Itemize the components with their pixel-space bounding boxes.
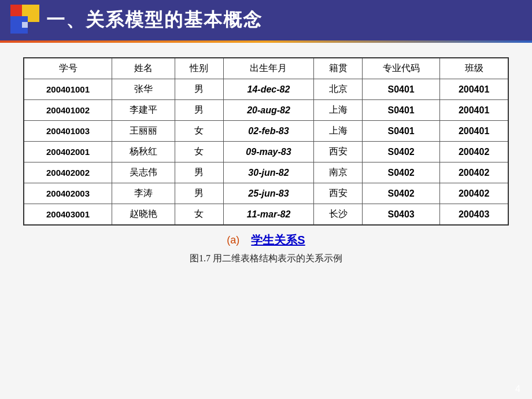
- table-cell: S0401: [363, 121, 440, 142]
- table-cell: 14-dec-82: [223, 79, 314, 100]
- table-cell: 女: [175, 204, 223, 226]
- table-cell: 200403: [440, 204, 508, 226]
- table-column-header: 出生年月: [223, 58, 314, 79]
- logo-white: [22, 22, 28, 28]
- table-cell: 200401003: [24, 121, 112, 142]
- table-column-header: 班级: [440, 58, 508, 79]
- table-cell: 200402001: [24, 142, 112, 162]
- table-cell: 赵晓艳: [112, 204, 175, 226]
- caption-part-label: (a): [227, 234, 239, 246]
- table-cell: 上海: [314, 121, 363, 142]
- table-cell: 200402003: [24, 183, 112, 204]
- caption-line: (a) 学生关系S: [227, 232, 305, 248]
- table-row: 200403001赵晓艳女11-mar-82长沙S0403200403: [24, 204, 508, 226]
- figure-caption: 图1.7 用二维表格结构表示的关系示例: [190, 253, 342, 265]
- table-column-header: 籍贯: [314, 58, 363, 79]
- table-cell: 吴志伟: [112, 162, 175, 183]
- table-row: 200401001张华男14-dec-82北京S0401200401: [24, 79, 508, 100]
- slide-header: 一、关系模型的基本概念: [0, 0, 532, 40]
- table-cell: S0402: [363, 162, 440, 183]
- table-cell: 上海: [314, 100, 363, 121]
- table-cell: 李建平: [112, 100, 175, 121]
- table-cell: 王丽丽: [112, 121, 175, 142]
- table-cell: 200401: [440, 79, 508, 100]
- caption-part-title: 学生关系S: [251, 232, 305, 248]
- table-cell: S0401: [363, 100, 440, 121]
- table-cell: 02-feb-83: [223, 121, 314, 142]
- table-cell: 女: [175, 142, 223, 162]
- table-cell: 200401001: [24, 79, 112, 100]
- table-column-header: 学号: [24, 58, 112, 79]
- table-body: 200401001张华男14-dec-82北京S0401200401200401…: [24, 79, 508, 226]
- table-cell: 200402: [440, 162, 508, 183]
- page-title: 一、关系模型的基本概念: [46, 8, 263, 33]
- table-cell: 200403001: [24, 204, 112, 226]
- table-cell: 男: [175, 79, 223, 100]
- table-cell: 11-mar-82: [223, 204, 314, 226]
- table-row: 200402003李涛男25-jun-83西安S0402200402: [24, 183, 508, 204]
- table-row: 200401002李建平男20-aug-82上海S0401200401: [24, 100, 508, 121]
- table-cell: 200402: [440, 142, 508, 162]
- table-cell: S0401: [363, 79, 440, 100]
- table-cell: 南京: [314, 162, 363, 183]
- table-header-row: 学号姓名性别出生年月籍贯专业代码班级: [24, 58, 508, 79]
- student-table: 学号姓名性别出生年月籍贯专业代码班级 200401001张华男14-dec-82…: [23, 57, 509, 226]
- data-table-container: 学号姓名性别出生年月籍贯专业代码班级 200401001张华男14-dec-82…: [23, 57, 509, 226]
- table-cell: 200402002: [24, 162, 112, 183]
- table-cell: 09-may-83: [223, 142, 314, 162]
- table-cell: 男: [175, 183, 223, 204]
- table-column-header: 姓名: [112, 58, 175, 79]
- table-cell: 200401: [440, 100, 508, 121]
- table-column-header: 专业代码: [363, 58, 440, 79]
- table-row: 200402002吴志伟男30-jun-82南京S0402200402: [24, 162, 508, 183]
- table-cell: 北京: [314, 79, 363, 100]
- table-column-header: 性别: [175, 58, 223, 79]
- table-cell: S0402: [363, 142, 440, 162]
- table-cell: 25-jun-83: [223, 183, 314, 204]
- table-header: 学号姓名性别出生年月籍贯专业代码班级: [24, 58, 508, 79]
- table-row: 200402001杨秋红女09-may-83西安S0402200402: [24, 142, 508, 162]
- table-cell: 200401002: [24, 100, 112, 121]
- table-cell: 李涛: [112, 183, 175, 204]
- table-cell: 200401: [440, 121, 508, 142]
- page-number: 4: [515, 384, 520, 394]
- table-cell: 女: [175, 121, 223, 142]
- table-cell: 杨秋红: [112, 142, 175, 162]
- slide: 一、关系模型的基本概念 学号姓名性别出生年月籍贯专业代码班级 200401001…: [0, 0, 532, 399]
- table-cell: 200402: [440, 183, 508, 204]
- table-cell: 张华: [112, 79, 175, 100]
- table-cell: 30-jun-82: [223, 162, 314, 183]
- table-cell: 男: [175, 162, 223, 183]
- table-cell: 长沙: [314, 204, 363, 226]
- table-cell: 西安: [314, 142, 363, 162]
- main-content: 学号姓名性别出生年月籍贯专业代码班级 200401001张华男14-dec-82…: [0, 43, 532, 399]
- table-cell: S0402: [363, 183, 440, 204]
- table-cell: 西安: [314, 183, 363, 204]
- table-cell: 20-aug-82: [223, 100, 314, 121]
- table-row: 200401003王丽丽女02-feb-83上海S0401200401: [24, 121, 508, 142]
- table-cell: 男: [175, 100, 223, 121]
- table-cell: S0403: [363, 204, 440, 226]
